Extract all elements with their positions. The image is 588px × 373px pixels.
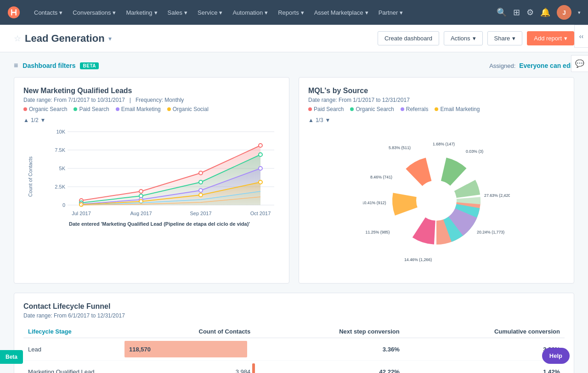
svg-point-22 — [139, 189, 143, 193]
nav-items-list: Contacts ▾ Conversations ▾ Marketing ▾ S… — [29, 6, 497, 19]
svg-point-26 — [139, 194, 143, 198]
actions-button[interactable]: Actions ▾ — [444, 31, 483, 45]
header-actions: Create dashboard Actions ▾ Share ▾ Add r… — [378, 31, 574, 45]
mql-source-pagination: ▲ 1/3 ▼ — [308, 117, 565, 123]
funnel-table-header: Lifecycle Stage Count of Contacts Next s… — [23, 325, 565, 338]
next-conv-mql: 42.22% — [255, 361, 404, 373]
nav-partner[interactable]: Partner ▾ — [374, 6, 408, 19]
col-count: Count of Contacts — [124, 325, 255, 338]
help-float-button[interactable]: Help — [542, 348, 570, 364]
lifecycle-label-mql: Marketing Qualified Lead — [23, 361, 124, 373]
next-page-donut[interactable]: ▼ — [325, 117, 331, 123]
mqls-pagination: ▲ 1/2 ▼ — [23, 117, 280, 123]
sidebar-collapse-button[interactable]: ‹‹ — [574, 25, 588, 48]
svg-point-24 — [259, 144, 262, 147]
nav-marketing[interactable]: Marketing ▾ — [121, 6, 162, 19]
table-row: Marketing Qualified Lead 3,984 42.22% 1.… — [23, 361, 565, 373]
nav-reports[interactable]: Reports ▾ — [273, 6, 309, 19]
svg-point-36 — [259, 180, 262, 184]
top-navigation: Contacts ▾ Conversations ▾ Marketing ▾ S… — [0, 0, 588, 25]
mql-source-legend: Paid Search Organic Search Referrals Ema… — [308, 106, 565, 112]
chat-icon[interactable]: 💬 — [571, 55, 588, 72]
x-axis-label: Date entered 'Marketing Qualified Lead (… — [39, 221, 280, 227]
legend-organic-search: Organic Search — [23, 106, 67, 112]
mqls-title: New Marketing Qualified Leads — [23, 87, 280, 95]
chevron-left-icon: ‹‹ — [579, 33, 583, 40]
settings-icon[interactable]: ⚙ — [526, 7, 534, 17]
nav-service[interactable]: Service ▾ — [193, 6, 227, 19]
dot-email-marketing — [435, 107, 438, 111]
cum-conv-mql: 1.42% — [404, 361, 565, 373]
svg-text:11.25% (985): 11.25% (985) — [366, 230, 390, 234]
assigned-link[interactable]: Everyone can edit — [519, 62, 574, 69]
next-conv-lead: 3.36% — [255, 338, 404, 361]
nav-sales[interactable]: Sales ▾ — [163, 6, 192, 19]
mqls-subtitle: Date range: From 7/1/2017 to 10/31/2017 … — [23, 97, 280, 103]
bar-fill-mql — [252, 363, 255, 373]
col-next-conv: Next step conversion — [255, 325, 404, 338]
favorite-icon[interactable]: ☆ — [14, 33, 21, 44]
bar-cell-mql: 3,984 — [124, 361, 255, 373]
lifecycle-label-lead: Lead — [23, 338, 124, 361]
svg-text:7.5K: 7.5K — [55, 147, 65, 153]
prev-page-donut[interactable]: ▲ — [308, 117, 314, 123]
main-content: ≡ Dashboard filters BETA Assigned: Every… — [0, 52, 588, 373]
next-page-button[interactable]: ▼ — [40, 117, 46, 123]
assigned-prefix: Assigned: — [489, 62, 515, 69]
search-icon[interactable]: 🔍 — [497, 7, 507, 17]
mqls-card: New Marketing Qualified Leads Date range… — [14, 77, 289, 284]
y-axis-label: Count of Contacts — [28, 156, 33, 197]
legend-organic-social: Organic Social — [167, 106, 209, 112]
user-avatar[interactable]: J — [557, 5, 571, 20]
filter-left: ≡ Dashboard filters BETA — [14, 61, 99, 70]
prev-page-button[interactable]: ▲ — [23, 117, 29, 123]
funnel-title: Contact Lifecycle Funnel — [23, 302, 565, 311]
svg-point-23 — [199, 171, 203, 175]
marketplace-icon[interactable]: ⊞ — [513, 7, 520, 17]
svg-point-33 — [79, 203, 83, 206]
svg-text:2.5K: 2.5K — [55, 184, 65, 189]
dashboard-filters-label[interactable]: Dashboard filters — [23, 62, 75, 69]
nav-right-icons: 🔍 ⊞ ⚙ 🔔 J ▾ — [497, 5, 581, 20]
svg-point-27 — [199, 180, 203, 184]
legend-dot-email-marketing — [116, 107, 119, 111]
dot-organic-search — [350, 107, 354, 111]
legend-email-marketing: Email Marketing — [116, 106, 161, 112]
funnel-subtitle: Date range: From 6/1/2017 to 12/31/2017 — [23, 312, 565, 319]
svg-text:5K: 5K — [59, 166, 66, 171]
svg-point-28 — [259, 153, 262, 156]
beta-float-button[interactable]: Beta — [0, 350, 23, 364]
svg-point-37 — [416, 180, 457, 221]
funnel-table: Lifecycle Stage Count of Contacts Next s… — [23, 325, 565, 373]
svg-text:27.63% (2,420): 27.63% (2,420) — [484, 193, 510, 198]
svg-text:Aug 2017: Aug 2017 — [130, 211, 152, 216]
svg-text:5.83% (511): 5.83% (511) — [389, 145, 411, 150]
mql-source-subtitle: Date range: From 1/1/2017 to 12/31/2017 — [308, 97, 565, 103]
add-report-button[interactable]: Add report ▾ — [527, 31, 574, 45]
nav-automation[interactable]: Automation ▾ — [228, 6, 272, 19]
legend-dot-organic-search — [23, 107, 27, 111]
title-dropdown-button[interactable]: ▾ — [108, 35, 112, 42]
col-cum-conv: Cumulative conversion — [404, 325, 565, 338]
create-dashboard-button[interactable]: Create dashboard — [378, 31, 439, 45]
dot-paid-search — [308, 107, 312, 111]
page-title-area: ☆ Lead Generation ▾ — [14, 33, 112, 45]
share-button[interactable]: Share ▾ — [487, 31, 523, 45]
filter-icon: ≡ — [14, 61, 18, 70]
legend-dot-paid-search — [74, 107, 77, 111]
table-row: Lead 118,570 3.36% 3.36% — [23, 338, 565, 361]
svg-text:0.03% (3): 0.03% (3) — [466, 149, 483, 154]
svg-point-31 — [199, 189, 203, 192]
svg-text:Sep 2017: Sep 2017 — [190, 211, 211, 216]
nav-asset-marketplace[interactable]: Asset Marketplace ▾ — [310, 6, 373, 19]
bar-fill-lead: 118,570 — [124, 341, 247, 357]
legend-paid-search: Paid Search — [74, 106, 109, 112]
bar-cell-lead: 118,570 — [124, 338, 255, 361]
svg-text:10.41% (912): 10.41% (912) — [363, 200, 386, 205]
account-chevron[interactable]: ▾ — [578, 10, 581, 16]
notifications-icon[interactable]: 🔔 — [540, 7, 550, 17]
hubspot-logo[interactable] — [7, 6, 20, 19]
nav-conversations[interactable]: Conversations ▾ — [68, 6, 120, 19]
nav-contacts[interactable]: Contacts ▾ — [29, 6, 67, 19]
svg-point-35 — [199, 193, 203, 197]
